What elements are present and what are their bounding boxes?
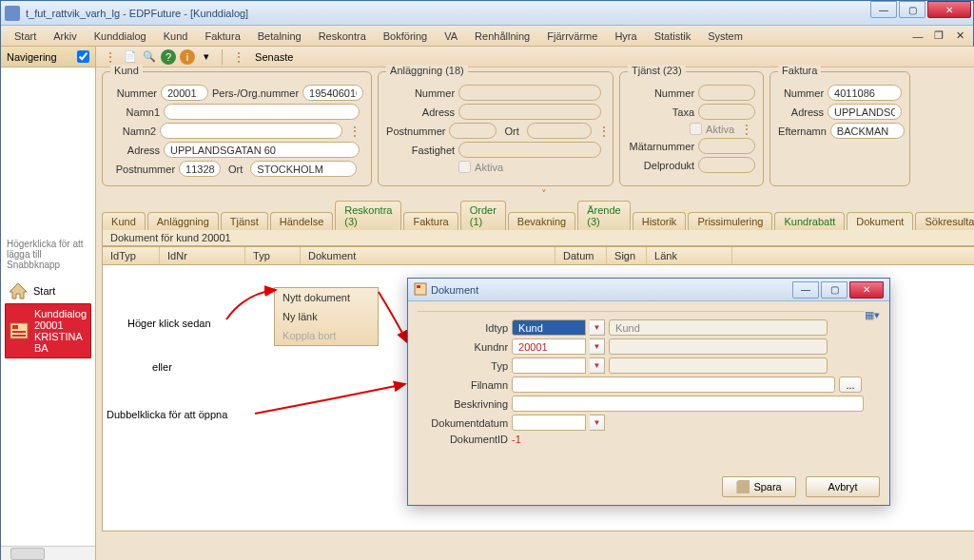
dd-dokdatum[interactable]: ▼ <box>590 415 605 431</box>
menu-renhållning[interactable]: Renhållning <box>467 29 537 44</box>
menu-hyra[interactable]: Hyra <box>607 29 644 44</box>
inp-anl-adress[interactable] <box>458 104 601 120</box>
tab-rende[interactable]: Ärende (3) <box>577 201 630 230</box>
menu-bokföring[interactable]: Bokföring <box>376 29 435 44</box>
tab-kund[interactable]: Kund <box>102 212 146 230</box>
chevron-down-icon[interactable]: ˅ <box>96 188 974 201</box>
ctx-nytt-dokument[interactable]: Nytt dokument <box>275 288 378 307</box>
inp-kundnr[interactable] <box>512 338 586 355</box>
inp-anl-ort[interactable] <box>527 123 592 139</box>
mdi-minimize-icon[interactable]: — <box>910 29 925 44</box>
tab-hndelse[interactable]: Händelse <box>270 212 333 230</box>
db-icon[interactable]: ▾ <box>199 49 214 65</box>
inp-namn2[interactable] <box>160 123 342 139</box>
tab-order[interactable]: Order (1) <box>460 201 506 230</box>
inp-kund-pers[interactable] <box>302 85 363 101</box>
inp-f-adress[interactable] <box>828 104 902 120</box>
inp-beskrivning[interactable] <box>512 396 864 412</box>
tab-historik[interactable]: Historik <box>633 212 687 230</box>
menu-va[interactable]: VA <box>437 29 465 44</box>
tab-tjnst[interactable]: Tjänst <box>221 212 268 230</box>
grip2-icon[interactable]: ⋮ <box>230 52 247 62</box>
tab-anlggning[interactable]: Anläggning <box>147 212 219 230</box>
col-idtyp[interactable]: IdTyp <box>103 247 160 264</box>
menu-system[interactable]: System <box>700 29 750 44</box>
minimize-button[interactable]: — <box>870 1 897 18</box>
inp-matarnr[interactable] <box>698 138 755 154</box>
tab-skresultat[interactable]: Sökresultat <box>915 212 974 230</box>
inp-taxa[interactable] <box>698 104 755 120</box>
dd-typ[interactable]: ▼ <box>590 357 605 374</box>
menu-arkiv[interactable]: Arkiv <box>46 29 84 44</box>
tab-prissimulering[interactable]: Prissimulering <box>688 212 772 230</box>
inp-kund-nummer[interactable] <box>161 85 208 101</box>
lbl-anl-ort: Ort <box>500 126 522 137</box>
dd-kundnr[interactable]: ▼ <box>590 338 605 355</box>
tab-bevakning[interactable]: Bevakning <box>508 212 575 230</box>
nav-instruction: Högerklicka för att lägga till Snabbknap… <box>7 239 89 270</box>
col-länk[interactable]: Länk <box>647 247 732 264</box>
dlg-maximize-button[interactable]: ▢ <box>821 281 847 299</box>
nav-scrollbar[interactable] <box>1 546 95 560</box>
tab-faktura[interactable]: Faktura <box>403 212 458 230</box>
col-dokument[interactable]: Dokument <box>301 247 555 264</box>
nav-pin-checkbox[interactable] <box>77 50 89 63</box>
tab-kundrabatt[interactable]: Kundrabatt <box>774 212 845 230</box>
dd-idtyp[interactable]: ▼ <box>590 319 605 336</box>
inp-kund-adress[interactable] <box>164 142 360 158</box>
menu-kund[interactable]: Kund <box>156 29 196 44</box>
btn-spara[interactable]: Spara <box>722 476 796 497</box>
tab-reskontra[interactable]: Reskontra (3) <box>335 201 401 230</box>
col-typ[interactable]: Typ <box>245 247 301 264</box>
menu-faktura[interactable]: Faktura <box>197 29 247 44</box>
inp-dokdatum[interactable] <box>512 415 586 431</box>
col-datum[interactable]: Datum <box>555 247 607 264</box>
menu-kunddialog[interactable]: Kunddialog <box>87 29 154 44</box>
inp-typ[interactable] <box>512 357 586 374</box>
help-icon[interactable]: ? <box>161 49 176 65</box>
chk-tj-aktiva[interactable] <box>690 123 702 135</box>
tj-more-icon[interactable]: ⋮ <box>738 125 755 134</box>
dlg-options-icon[interactable]: ▦▾ <box>865 307 880 322</box>
menu-betalning[interactable]: Betalning <box>250 29 309 44</box>
btn-avbryt[interactable]: Avbryt <box>806 476 880 497</box>
dlg-minimize-button[interactable]: — <box>792 281 819 299</box>
grip-icon[interactable]: ⋮ <box>102 52 119 62</box>
chk-anl-aktiva[interactable] <box>458 161 471 173</box>
tab-dokument[interactable]: Dokument <box>847 212 913 230</box>
ctx-ny-lank[interactable]: Ny länk <box>275 307 378 326</box>
new-icon[interactable]: 📄 <box>123 49 138 65</box>
inp-delprod[interactable] <box>698 157 755 173</box>
info-icon[interactable]: i <box>180 49 195 65</box>
inp-f-nummer[interactable] <box>828 85 902 101</box>
inp-tj-nummer[interactable] <box>698 85 755 101</box>
maximize-button[interactable]: ▢ <box>899 1 925 18</box>
dlg-titlebar[interactable]: Dokument — ▢ ✕ <box>408 279 889 301</box>
search-icon[interactable]: 🔍 <box>142 49 157 65</box>
btn-browse[interactable]: ... <box>839 377 862 393</box>
menu-reskontra[interactable]: Reskontra <box>311 29 374 44</box>
dlg-close-button[interactable]: ✕ <box>849 281 884 299</box>
inp-fastighet[interactable] <box>458 142 601 158</box>
inp-namn1[interactable] <box>164 104 360 120</box>
col-idnr[interactable]: IdNr <box>160 247 245 264</box>
menu-start[interactable]: Start <box>7 29 44 44</box>
menu-fjärrvärme[interactable]: Fjärrvärme <box>539 29 605 44</box>
inp-anl-nummer[interactable] <box>458 85 601 101</box>
inp-ort[interactable] <box>250 161 357 177</box>
nav-start[interactable]: Start <box>5 280 91 301</box>
nav-kunddialog[interactable]: Kunddialog 20001 KRISTINA BA <box>5 303 91 358</box>
mdi-close-icon[interactable]: ✕ <box>952 29 967 44</box>
inp-idtyp[interactable] <box>512 319 586 336</box>
col-sign[interactable]: Sign <box>607 247 647 264</box>
kund-more-icon[interactable]: ⋮ <box>346 126 363 136</box>
recent-label[interactable]: Senaste <box>251 51 297 63</box>
close-button[interactable]: ✕ <box>927 1 971 18</box>
anl-more-icon[interactable]: ⋮ <box>595 126 613 136</box>
inp-anl-postnr[interactable] <box>449 123 497 139</box>
menu-statistik[interactable]: Statistik <box>647 29 699 44</box>
inp-postnr[interactable] <box>179 161 221 177</box>
inp-f-efternamn[interactable] <box>830 123 905 139</box>
mdi-restore-icon[interactable]: ❐ <box>931 29 946 44</box>
inp-filnamn[interactable] <box>512 377 835 393</box>
